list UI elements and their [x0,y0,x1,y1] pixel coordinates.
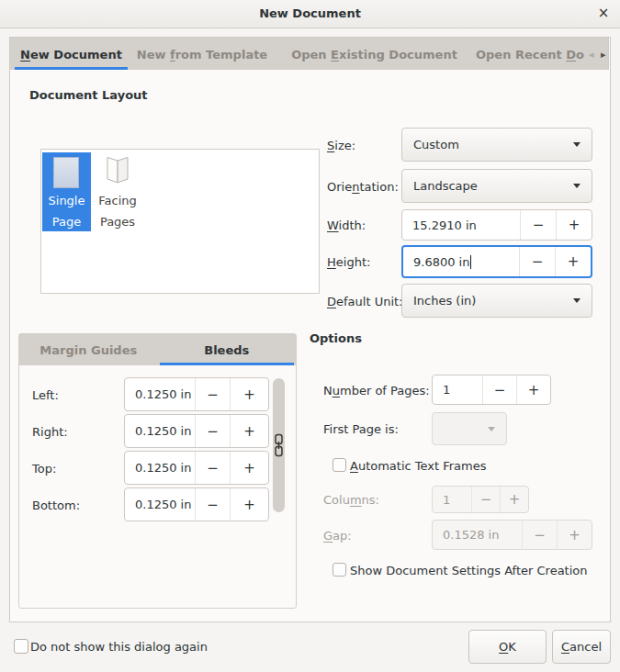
new-document-dialog: New Document × New Document New from Tem… [0,0,620,672]
text-cursor [470,255,471,269]
number-of-pages-value: 1 [443,383,450,397]
bleed-left-label: Left: [32,388,59,402]
width-input[interactable]: 15.2910 in [402,210,520,240]
active-tab-underline [160,363,295,365]
columns-minus-button[interactable]: − [471,487,500,512]
layout-item-single-page[interactable]: Single Page [42,152,91,231]
gap-plus-button[interactable]: + [557,521,592,549]
gap-value: 0.1528 in [443,528,499,542]
bleed-top-input[interactable]: 0.1250 in [125,452,195,484]
orientation-label: Orientation: [327,180,399,194]
automatic-text-frames-checkbox[interactable] [333,458,346,472]
tab-label: Bleeds [204,343,249,357]
first-page-is-dropdown[interactable] [432,412,507,445]
tab-bar: New Document New from Template Open Exis… [9,37,609,70]
size-dropdown[interactable]: Custom [401,128,592,162]
height-value: 9.6800 in [413,255,469,269]
width-label: Width: [327,218,366,232]
bleed-top-value: 0.1250 in [135,461,191,475]
bleed-bottom-input[interactable]: 0.1250 in [125,488,195,521]
ok-button[interactable]: OK [468,630,547,664]
dont-show-again-checkbox[interactable] [14,639,28,654]
columns-label: Columns: [323,493,379,507]
bleed-top-minus-button[interactable]: − [195,452,230,484]
default-unit-value: Inches (in) [413,294,476,308]
layout-item-label: Page [42,215,91,229]
number-of-pages-minus-button[interactable]: − [482,375,516,404]
height-label: Height: [327,255,370,269]
cancel-button-label: Cancel [561,640,602,654]
layout-item-label: Pages [94,215,141,229]
tab-open-recent-document[interactable]: Open Recent Do [474,38,586,70]
bleed-right-minus-button[interactable]: − [195,415,230,447]
dropdown-arrow-icon [573,298,581,303]
options-heading: Options [310,331,362,345]
document-layout-heading: Document Layout [29,88,148,102]
first-page-is-label: First Page is: [323,422,399,436]
orientation-dropdown[interactable]: Landscape [401,169,592,203]
tab-margin-guides[interactable]: Margin Guides [19,334,158,365]
dropdown-arrow-icon [573,184,581,188]
height-plus-button[interactable]: + [555,247,591,276]
columns-value: 1 [443,493,450,507]
bleed-left-plus-button[interactable]: + [230,378,268,410]
margins-tab-bar: Margin Guides Bleeds [19,334,296,365]
tab-scroll-left-icon[interactable]: ◂ [589,38,594,70]
height-input[interactable]: 9.6800 in [403,247,519,276]
columns-spinbox: 1 − + [432,486,529,513]
dont-show-again-label: Do not show this dialog again [30,640,208,654]
bleed-right-input[interactable]: 0.1250 in [125,415,195,447]
gap-input[interactable]: 0.1528 in [433,521,522,549]
gap-minus-button[interactable]: − [522,521,557,549]
orientation-value: Landscape [413,179,478,193]
title-bar: New Document × [0,0,620,28]
layout-item-label: Single [42,194,91,207]
link-values-toggle[interactable] [273,378,285,512]
bleed-top-plus-button[interactable]: + [230,452,268,484]
layout-item-facing-pages[interactable]: Facing Pages [94,152,141,231]
height-minus-button[interactable]: − [519,247,555,276]
bleed-bottom-minus-button[interactable]: − [195,488,230,521]
show-document-settings-label: Show Document Settings After Creation [350,564,588,577]
tab-scroll-right-icon[interactable]: ▸ [601,38,606,70]
tab-bleeds[interactable]: Bleeds [158,334,297,365]
size-label: Size: [327,139,355,152]
size-value: Custom [413,138,459,151]
columns-plus-button[interactable]: + [500,487,528,512]
bleed-bottom-value: 0.1250 in [135,498,191,511]
tab-new-from-template[interactable]: New from Template [137,38,267,70]
width-spinbox: 15.2910 in − + [401,209,592,241]
columns-input[interactable]: 1 [433,487,471,512]
facing-pages-icon [101,154,134,192]
number-of-pages-input[interactable]: 1 [433,375,482,404]
height-spinbox: 9.6800 in − + [401,245,592,278]
default-unit-label: Default Unit: [327,295,402,308]
tab-label: Open Existing Document [291,48,457,62]
window-title: New Document [0,6,620,20]
bleed-left-minus-button[interactable]: − [195,378,230,410]
tab-new-document[interactable]: New Document [14,38,129,70]
bleed-right-value: 0.1250 in [135,424,191,438]
tab-open-existing-document[interactable]: Open Existing Document [288,38,460,70]
tab-label: Open Recent Do [476,48,584,62]
close-icon[interactable]: × [595,5,612,21]
bleed-left-input[interactable]: 0.1250 in [125,378,195,410]
number-of-pages-label: Number of Pages: [323,384,430,398]
cancel-button[interactable]: Cancel [552,630,611,664]
bleed-bottom-label: Bottom: [32,498,80,512]
width-value: 15.2910 in [412,218,477,232]
number-of-pages-plus-button[interactable]: + [516,375,550,404]
bleed-bottom-plus-button[interactable]: + [230,488,268,521]
gap-label: Gap: [323,529,352,543]
single-page-icon [53,157,79,188]
bleed-right-plus-button[interactable]: + [230,415,268,447]
show-document-settings-checkbox[interactable] [333,563,346,577]
tab-label: New Document [20,48,122,62]
layout-item-label: Facing [94,194,141,207]
width-minus-button[interactable]: − [520,210,556,240]
width-plus-button[interactable]: + [556,210,592,240]
default-unit-dropdown[interactable]: Inches (in) [401,284,592,318]
bleed-right-label: Right: [32,425,68,439]
bleed-top-label: Top: [32,462,56,476]
dropdown-arrow-icon [573,142,581,147]
